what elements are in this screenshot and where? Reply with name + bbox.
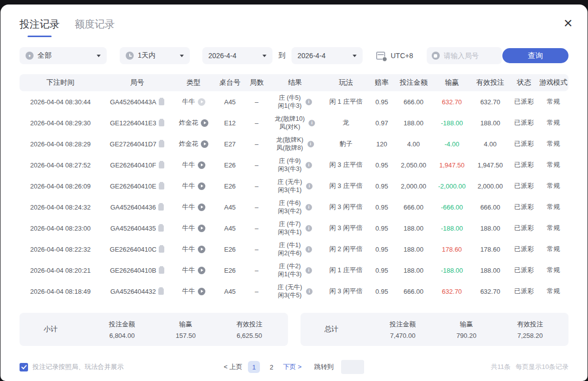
play-video-icon[interactable] (198, 288, 205, 295)
jump-to-input[interactable] (341, 360, 364, 374)
col-game-mode: 游戏模式 (538, 74, 568, 91)
game-type-dropdown[interactable]: ♦ 全部 (20, 47, 107, 64)
info-icon[interactable]: i (306, 246, 312, 253)
play-type: 豹子 (322, 133, 370, 154)
subtotal-bet-value: 6,804.00 (109, 332, 135, 339)
round-id: GE27264041D7 (110, 140, 156, 148)
page-button-1[interactable]: 1 (248, 361, 260, 373)
valid-bet: 4.00 (470, 133, 510, 154)
table-row: 2026-04-04 08:22:32 GE262640410C 牛牛 E26 … (20, 239, 568, 260)
time-range-dropdown[interactable]: 1天内 (120, 47, 190, 64)
chevron-down-icon (353, 55, 357, 57)
game-type: 牛牛 (182, 266, 195, 275)
table-no: A45 (214, 91, 245, 112)
info-icon[interactable]: i (308, 141, 314, 147)
bet-time: 2026-04-04 08:26:09 (20, 175, 101, 197)
merge-checkbox[interactable] (20, 363, 28, 371)
close-icon[interactable]: × (563, 16, 572, 31)
status-badge: 已派彩 (510, 260, 538, 281)
col-result: 结果 (268, 74, 323, 91)
date-to-picker[interactable]: 2026-4-4 (291, 47, 363, 64)
round-id-input[interactable] (444, 52, 497, 60)
col-valid-bet: 有效投注 (470, 74, 510, 91)
result-line-1: 龙(散牌10) (275, 115, 305, 123)
table-no: E27 (214, 133, 245, 154)
copy-icon[interactable] (159, 120, 164, 126)
status-badge: 已派彩 (510, 112, 538, 133)
play-video-icon[interactable] (201, 119, 208, 127)
subtotal-valid-value: 6,625.50 (236, 332, 262, 339)
col-round-count: 局数 (245, 74, 267, 91)
table-no: E26 (214, 260, 245, 281)
tabs: 投注记录 额度记录 (20, 5, 568, 37)
total-count: 共11条 (491, 362, 511, 371)
info-icon[interactable]: i (306, 99, 312, 105)
win-amount: -188.00 (441, 119, 463, 127)
win-amount: -2,000.00 (438, 182, 466, 190)
tab-quota-records[interactable]: 额度记录 (75, 18, 115, 37)
status-badge: 已派彩 (510, 175, 538, 197)
result-line-2: 闲3(牛5) (277, 291, 302, 299)
play-video-icon[interactable] (198, 225, 205, 232)
round-count: – (245, 91, 267, 112)
round-count: – (245, 133, 267, 154)
round-id: GA4526404432 (110, 288, 156, 295)
result-line-2: 闲1(牛3) (278, 270, 302, 278)
play-type: 闲 3 闲平倍 (322, 218, 370, 239)
round-count: – (245, 154, 267, 175)
play-video-icon[interactable] (198, 246, 205, 253)
play-type: 闲 1 庄平倍 (322, 91, 370, 112)
col-type: 类型 (173, 74, 214, 91)
copy-icon[interactable] (158, 204, 164, 211)
copy-icon[interactable] (158, 225, 164, 232)
game-mode: 常规 (538, 197, 568, 218)
info-icon[interactable]: i (309, 120, 315, 126)
play-video-icon[interactable] (198, 161, 205, 169)
page-button-2[interactable]: 2 (265, 361, 277, 373)
table-row: 2026-04-04 08:27:52 GE262640410F 牛牛 E26 … (20, 154, 568, 175)
info-icon[interactable]: i (306, 288, 313, 295)
round-count: – (245, 175, 267, 197)
play-video-icon[interactable] (198, 98, 205, 106)
next-page-button[interactable]: 下页 > (283, 362, 302, 371)
bet-amount: 188.00 (394, 239, 433, 260)
table-row: 2026-04-04 08:29:30 GE12264041E3 炸金花 E12… (20, 112, 568, 133)
bet-time: 2026-04-04 08:22:32 (20, 239, 101, 260)
info-icon[interactable]: i (306, 267, 312, 274)
copy-icon[interactable] (159, 183, 164, 189)
play-video-icon[interactable] (198, 204, 205, 211)
table-row: 2026-04-04 08:24:32 GA4526404436 牛牛 A45 … (20, 197, 568, 218)
prev-page-button[interactable]: < 上页 (224, 362, 242, 371)
copy-icon[interactable] (159, 267, 164, 274)
tab-betting-records[interactable]: 投注记录 (20, 18, 60, 37)
copy-icon[interactable] (159, 162, 164, 168)
subtotal-valid-label: 有效投注 (236, 320, 262, 329)
bet-amount: 2,000.00 (394, 175, 433, 197)
info-icon[interactable]: i (306, 225, 312, 232)
play-video-icon[interactable] (201, 140, 208, 148)
result-line-2: 闲3(牛3) (278, 165, 302, 173)
bet-amount: 188.00 (394, 112, 433, 133)
game-mode: 常规 (538, 175, 568, 197)
info-icon[interactable]: i (306, 183, 313, 189)
win-amount: 178.60 (442, 246, 462, 253)
copy-icon[interactable] (159, 246, 164, 253)
round-id: GA4526404436 (110, 204, 156, 211)
play-video-icon[interactable] (198, 182, 205, 190)
copy-icon[interactable] (159, 141, 164, 147)
copy-icon[interactable] (158, 288, 164, 295)
round-id-icon (432, 52, 440, 60)
info-icon[interactable]: i (306, 162, 312, 168)
result-line-2: 闲3(牛1) (277, 186, 302, 194)
round-count: – (245, 260, 267, 281)
col-play: 玩法 (322, 74, 370, 91)
search-button[interactable]: 查询 (502, 48, 568, 63)
date-from-picker[interactable]: 2026-4-4 (202, 47, 272, 64)
result-line-1: 龙(散牌K) (276, 136, 303, 144)
page-size: 每页显示10条记录 (516, 362, 568, 371)
play-video-icon[interactable] (198, 267, 205, 274)
bet-amount: 2,050.00 (394, 154, 433, 175)
copy-icon[interactable] (159, 99, 164, 105)
info-icon[interactable]: i (306, 204, 312, 211)
bet-time: 2026-04-04 08:18:49 (20, 281, 101, 302)
